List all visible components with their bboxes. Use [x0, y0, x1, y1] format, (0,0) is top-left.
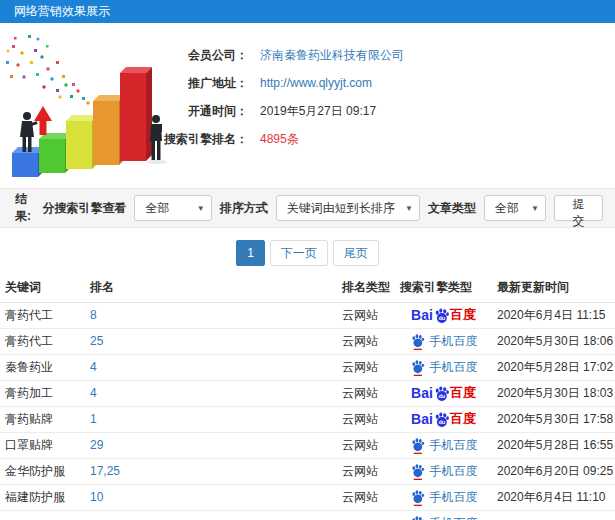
rank-type-cell: 云网站 — [337, 406, 395, 432]
baidu-paw-icon — [410, 333, 425, 350]
chevron-down-icon: ▼ — [197, 204, 205, 213]
updated-cell: 2020年6月20日 09:25 — [492, 458, 615, 484]
baidu-paw-icon — [410, 437, 425, 454]
info-row-url: 推广地址： http://www.qlyyjt.com — [158, 69, 404, 97]
table-row: 秦鲁药业 4 云网站 手机百度 2020年5月28日 17:02 — [0, 354, 615, 380]
col-engine-type: 搜索引擎类型 — [395, 274, 492, 302]
table-row: 福建防护服 10 云网站 手机百度 2020年6月4日 11:10 — [0, 484, 615, 510]
next-page-button[interactable]: 下一页 — [270, 240, 328, 266]
baidu-logo: Baidu百度 — [411, 410, 476, 428]
result-label: 结果: — [15, 191, 42, 225]
col-rank: 排名 — [85, 274, 337, 302]
keyword-cell — [0, 510, 85, 520]
table-row-partial: 手机百度 — [0, 510, 615, 520]
sort-select[interactable]: 关键词由短到长排序 ▼ — [276, 195, 420, 221]
page-1-button[interactable]: 1 — [236, 240, 265, 266]
updated-cell: 2020年6月4日 11:15 — [492, 302, 615, 328]
svg-text:du: du — [438, 315, 445, 321]
baidu-paw-icon — [410, 515, 425, 520]
baidu-paw-icon — [410, 359, 425, 376]
mobile-baidu-logo: 手机百度 — [410, 437, 478, 454]
col-updated: 最新更新时间 — [492, 274, 615, 302]
rank-link[interactable]: 8 — [90, 308, 97, 322]
baidu-paw-icon: du — [433, 411, 450, 428]
submit-button[interactable]: 提交 — [554, 195, 603, 221]
baidu-paw-icon — [410, 463, 425, 480]
title-bar: 网络营销效果展示 — [0, 0, 615, 23]
mobile-baidu-logo: 手机百度 — [410, 333, 478, 350]
info-row-company: 会员公司： 济南秦鲁药业科技有限公司 — [158, 41, 404, 69]
results-table: 关键词 排名 排名类型 搜索引擎类型 最新更新时间 膏药代工 8 云网站 Bai… — [0, 274, 615, 520]
chevron-down-icon: ▼ — [531, 204, 539, 213]
engine-select-value: 全部 — [145, 200, 186, 217]
keyword-cell: 膏药代工 — [0, 328, 85, 354]
rank-type-cell: 云网站 — [337, 380, 395, 406]
rank-link[interactable]: 29 — [90, 438, 103, 452]
updated-cell: 2020年5月30日 18:03 — [492, 380, 615, 406]
table-header-row: 关键词 排名 排名类型 搜索引擎类型 最新更新时间 — [0, 274, 615, 302]
last-page-button[interactable]: 尾页 — [333, 240, 379, 266]
rank-link[interactable]: 17,25 — [90, 464, 120, 478]
bar-chart-bars — [12, 67, 152, 177]
col-keyword: 关键词 — [0, 274, 85, 302]
company-label: 会员公司： — [158, 47, 248, 64]
mobile-baidu-logo: 手机百度 — [410, 463, 478, 480]
col-rank-type: 排名类型 — [337, 274, 395, 302]
article-type-label: 文章类型 — [428, 200, 476, 217]
updated-cell: 2020年5月28日 16:55 — [492, 432, 615, 458]
updated-cell: 2020年5月28日 17:02 — [492, 354, 615, 380]
rank-type-cell: 云网站 — [337, 484, 395, 510]
keyword-cell: 膏药贴牌 — [0, 406, 85, 432]
rank-count-label: 搜索引擎排名： — [158, 131, 248, 148]
rank-link[interactable]: 4 — [90, 360, 97, 374]
up-arrow-icon — [34, 106, 52, 135]
rank-link[interactable]: 1 — [90, 412, 97, 426]
table-row: 膏药代工 25 云网站 手机百度 2020年5月30日 18:06 — [0, 328, 615, 354]
open-time-value: 2019年5月27日 09:17 — [260, 103, 376, 120]
svg-text:du: du — [438, 419, 445, 425]
table-row: 膏药贴牌 1 云网站 Baidu百度 2020年5月30日 17:58 — [0, 406, 615, 432]
table-row: 膏药加工 4 云网站 Baidu百度 2020年5月30日 18:03 — [0, 380, 615, 406]
updated-cell: 2020年6月4日 11:10 — [492, 484, 615, 510]
pagination: 1 下一页 尾页 — [0, 240, 615, 266]
confetti-dots — [6, 35, 90, 105]
engine-filter-label: 分搜索引擎查看 — [42, 200, 126, 217]
company-name-link[interactable]: 济南秦鲁药业科技有限公司 — [260, 47, 404, 64]
keyword-cell: 金华防护服 — [0, 458, 85, 484]
baidu-logo: Baidu百度 — [411, 306, 476, 324]
filter-bar: 结果: 分搜索引擎查看 全部 ▼ 排序方式 关键词由短到长排序 ▼ 文章类型 全… — [0, 188, 615, 228]
businessman-left — [20, 112, 38, 152]
baidu-logo: Baidu百度 — [411, 384, 476, 402]
company-info: 会员公司： 济南秦鲁药业科技有限公司 推广地址： http://www.qlyy… — [158, 41, 404, 153]
chevron-down-icon: ▼ — [405, 204, 413, 213]
baidu-paw-icon: du — [433, 307, 450, 324]
article-type-select[interactable]: 全部 ▼ — [484, 195, 546, 221]
rank-link[interactable]: 4 — [90, 386, 97, 400]
promo-url-link[interactable]: http://www.qlyyjt.com — [260, 76, 372, 90]
table-row: 膏药代工 8 云网站 Baidu百度 2020年6月4日 11:15 — [0, 302, 615, 328]
svg-text:du: du — [438, 393, 445, 399]
header-section: 会员公司： 济南秦鲁药业科技有限公司 推广地址： http://www.qlyy… — [0, 23, 615, 188]
engine-select[interactable]: 全部 ▼ — [134, 195, 211, 221]
mobile-baidu-logo: 手机百度 — [410, 515, 478, 520]
info-row-rank-count: 搜索引擎排名： 4895条 — [158, 125, 404, 153]
rank-type-cell: 云网站 — [337, 302, 395, 328]
table-row: 口罩贴牌 29 云网站 手机百度 2020年5月28日 16:55 — [0, 432, 615, 458]
article-type-value: 全部 — [495, 200, 521, 217]
rank-link[interactable]: 25 — [90, 334, 103, 348]
mobile-baidu-logo: 手机百度 — [410, 489, 478, 506]
page-title: 网络营销效果展示 — [14, 4, 110, 18]
updated-cell: 2020年5月30日 18:06 — [492, 328, 615, 354]
open-time-label: 开通时间： — [158, 103, 248, 120]
marketing-chart-image — [0, 31, 175, 186]
rank-link[interactable]: 10 — [90, 490, 103, 504]
rank-type-cell: 云网站 — [337, 328, 395, 354]
mobile-baidu-logo: 手机百度 — [410, 359, 478, 376]
keyword-cell: 膏药加工 — [0, 380, 85, 406]
keyword-cell: 膏药代工 — [0, 302, 85, 328]
keyword-cell: 口罩贴牌 — [0, 432, 85, 458]
table-row: 金华防护服 17,25 云网站 手机百度 2020年6月20日 09:25 — [0, 458, 615, 484]
baidu-paw-icon: du — [433, 385, 450, 402]
sort-filter-label: 排序方式 — [220, 200, 268, 217]
baidu-paw-icon — [410, 489, 425, 506]
